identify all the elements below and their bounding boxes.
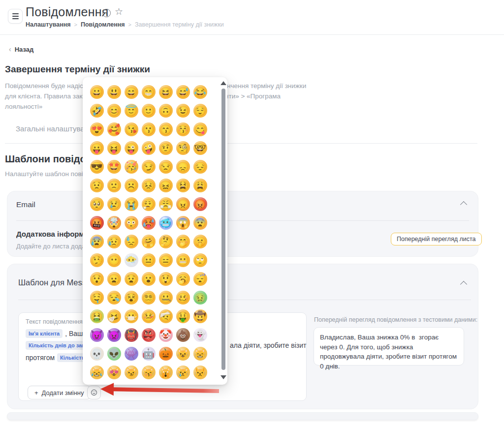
tab-general-settings[interactable]: Загальні налаштува (16, 124, 85, 133)
emoji-cold[interactable]: 🥶 (159, 216, 173, 230)
emoji-angry[interactable]: 😠 (176, 197, 190, 211)
emoji-neutral[interactable]: 😐 (142, 253, 156, 267)
emoji-hearts[interactable]: 🥰 (107, 122, 121, 136)
emoji-bandage[interactable]: 🤕 (159, 309, 173, 323)
emoji-poop[interactable]: 💩 (176, 328, 190, 342)
emoji-sobbing[interactable]: 😭 (125, 197, 138, 211)
emoji-wink[interactable]: 😉 (176, 104, 190, 118)
emoji-dead[interactable]: 😵 (125, 291, 138, 305)
emoji-anguished[interactable]: 😧 (125, 272, 138, 286)
emoji-beaming[interactable]: 😁 (142, 85, 156, 99)
emoji-worried[interactable]: 😟 (90, 179, 104, 192)
emoji-grinning[interactable]: 😀 (90, 85, 104, 99)
emoji-exhaling[interactable]: 😮‍💨 (142, 197, 156, 211)
emoji-hot[interactable]: 🥵 (142, 216, 156, 230)
emoji-dizzy[interactable]: 😵‍💫 (142, 291, 156, 305)
emoji-persevering[interactable]: 😣 (142, 179, 156, 192)
emoji-kissing-closed[interactable]: 😚 (176, 122, 190, 136)
emoji-nauseated[interactable]: 🤢 (193, 291, 207, 305)
emoji-devil[interactable]: 😈 (90, 328, 104, 342)
emoji-cat-weary[interactable]: 🙀 (159, 366, 173, 379)
emoji-sleeping[interactable]: 😴 (193, 272, 207, 286)
emoji-thinking[interactable]: 🤔 (159, 235, 173, 248)
back-link[interactable]: ‹ Назад (9, 45, 33, 53)
emoji-disappointed[interactable]: 😞 (176, 160, 190, 174)
emoji-confounded[interactable]: 😖 (159, 179, 173, 192)
emoji-smiling[interactable]: 😊 (107, 104, 121, 118)
emoji-sleepy[interactable]: 😪 (107, 291, 121, 305)
emoji-cat-pout[interactable]: 😾 (193, 366, 207, 379)
favorite-star-icon[interactable]: ☆ (115, 6, 123, 17)
emoji-cowboy[interactable]: 🤠 (193, 309, 207, 323)
emoji-pleading[interactable]: 🥺 (90, 197, 104, 211)
breadcrumb-item-messages[interactable]: Повідомлення (81, 21, 125, 28)
emoji-slight-frown[interactable]: 🙁 (107, 179, 121, 192)
emoji-clown[interactable]: 🤡 (159, 328, 173, 342)
emoji-grinning-smiling-eyes[interactable]: 😄 (125, 85, 138, 99)
emoji-flushed[interactable]: 😳 (125, 216, 138, 230)
emoji-grinning-sweat[interactable]: 😅 (176, 85, 190, 99)
emoji-lying[interactable]: 🤥 (90, 253, 104, 267)
breadcrumb-item-settings[interactable]: Налаштування (26, 21, 71, 28)
emoji-goblin[interactable]: 👺 (142, 328, 156, 342)
emoji-sneezing[interactable]: 🤧 (107, 309, 121, 323)
info-icon[interactable]: i (102, 9, 111, 17)
emoji-tired[interactable]: 😫 (176, 179, 190, 192)
emoji-partying[interactable]: 🥳 (125, 160, 138, 174)
emoji-star-struck[interactable]: 🤩 (107, 160, 121, 174)
emoji-cursing[interactable]: 🤬 (90, 216, 104, 230)
emoji-upside-down[interactable]: 🙃 (159, 104, 173, 118)
emoji-crying[interactable]: 😢 (107, 197, 121, 211)
emoji-thermometer[interactable]: 🤒 (142, 309, 156, 323)
emoji-tears-of-joy[interactable]: 😂 (193, 85, 207, 99)
emoji-cat-heart-eyes[interactable]: 😻 (107, 366, 121, 379)
emoji-space-invader[interactable]: 👾 (125, 347, 138, 361)
emoji-imp[interactable]: 👿 (107, 328, 121, 342)
emoji-halo[interactable]: 😇 (125, 104, 138, 118)
variable-chip-client-name[interactable]: Ім'я клієнта (26, 329, 63, 338)
add-variable-button[interactable]: + Додати змінну (28, 386, 91, 399)
emoji-yawning[interactable]: 🥱 (176, 272, 190, 286)
emoji-anxious-sweat[interactable]: 😰 (90, 235, 104, 248)
emoji-open-mouth[interactable]: 😮 (142, 272, 156, 286)
emoji-cat-cry[interactable]: 😿 (176, 366, 190, 379)
emoji-smirk[interactable]: 😏 (142, 160, 156, 174)
emoji-woozy[interactable]: 🥴 (176, 291, 190, 305)
emoji-robot[interactable]: 🤖 (142, 347, 156, 361)
emoji-shushing[interactable]: 🤫 (193, 235, 207, 248)
emoji-squinting[interactable]: 😆 (159, 85, 173, 99)
emoji-drooling[interactable]: 🤤 (90, 291, 104, 305)
emoji-hushed[interactable]: 😯 (90, 272, 104, 286)
chevron-up-icon[interactable] (460, 281, 467, 288)
preview-letter-button[interactable]: Попередній перегляд листа (391, 233, 482, 245)
emoji-pouting[interactable]: 😡 (193, 197, 207, 211)
emoji-pumpkin[interactable]: 🎃 (159, 347, 173, 361)
emoji-squint-tongue[interactable]: 😝 (107, 141, 121, 155)
emoji-picker-button[interactable] (87, 386, 101, 399)
emoji-exploding-head[interactable]: 🤯 (107, 216, 121, 230)
emoji-weary[interactable]: 😩 (193, 179, 207, 192)
emoji-sunglasses[interactable]: 😎 (90, 160, 104, 174)
emoji-alien[interactable]: 👽 (107, 347, 121, 361)
emoji-unamused[interactable]: 😒 (159, 160, 173, 174)
emoji-in-clouds[interactable]: 😶‍🌫️ (125, 253, 138, 267)
emoji-zany[interactable]: 🤪 (142, 141, 156, 155)
emoji-screaming[interactable]: 😱 (176, 216, 190, 230)
emoji-cat-smile[interactable]: 😸 (193, 347, 207, 361)
emoji-wink-tongue[interactable]: 😜 (125, 141, 138, 155)
emoji-grimacing[interactable]: 😬 (176, 253, 190, 267)
emoji-heart-eyes[interactable]: 😍 (90, 122, 104, 136)
emoji-astonished[interactable]: 😲 (159, 272, 173, 286)
scroll-up-icon[interactable] (220, 81, 226, 85)
scroll-down-icon[interactable] (220, 375, 226, 379)
chevron-up-icon[interactable] (460, 201, 467, 208)
emoji-cat-grin[interactable]: 😺 (176, 347, 190, 361)
emoji-kissing-smiling[interactable]: 😙 (159, 122, 173, 136)
emoji-kissing[interactable]: 😗 (142, 122, 156, 136)
emoji-rofl[interactable]: 🤣 (90, 104, 104, 118)
emoji-nerd[interactable]: 🤓 (193, 141, 207, 155)
emoji-blow-kiss[interactable]: 😘 (125, 122, 138, 136)
emoji-cat-kiss[interactable]: 😽 (142, 366, 156, 379)
emoji-no-mouth[interactable]: 😶 (107, 253, 121, 267)
emoji-steam[interactable]: 😤 (159, 197, 173, 211)
